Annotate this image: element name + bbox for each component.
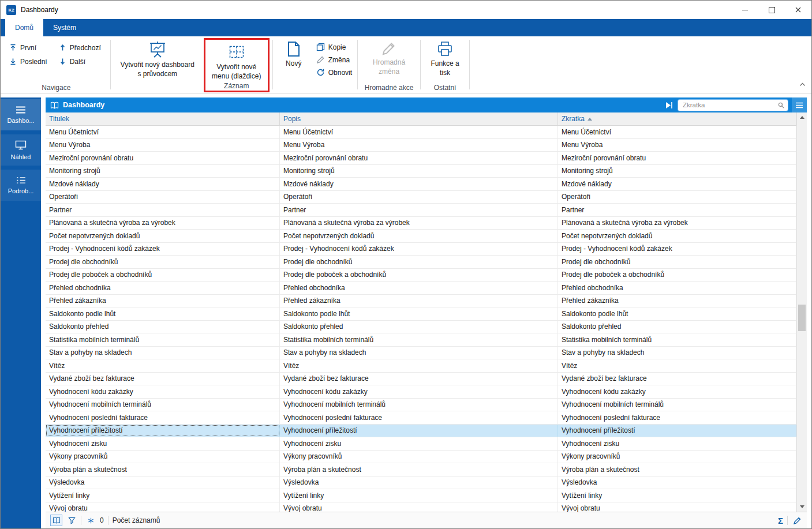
cell-popis[interactable]: Vyhodnocení poslední fakturace [280, 411, 558, 424]
cell-popis[interactable]: Prodej dle obchodníků [280, 256, 558, 268]
cell-titulek[interactable]: Saldokonto podle lhůt [46, 307, 280, 320]
cell-zkratka[interactable]: Menu Účetnictví [558, 126, 796, 138]
table-row[interactable]: Prodej - Vyhodnocení kódů zakázekProdej … [46, 243, 796, 256]
cell-titulek[interactable]: Meziroční porovnání obratu [46, 152, 280, 164]
cell-popis[interactable]: Vítěz [280, 359, 558, 372]
cell-zkratka[interactable]: Vítěz [558, 359, 796, 372]
sidebar-item-podrobnosti[interactable]: Podrob... [1, 170, 41, 201]
cell-zkratka[interactable]: Saldokonto přehled [558, 321, 796, 333]
minimize-button[interactable] [732, 1, 758, 19]
table-row[interactable]: Vývoj obratuVývoj obratuVývoj obratu [46, 502, 796, 512]
cell-titulek[interactable]: Vyhodnocení poslední fakturace [46, 411, 280, 424]
table-row[interactable]: Meziroční porovnání obratuMeziroční poro… [46, 152, 796, 165]
cell-zkratka[interactable]: Výsledovka [558, 477, 796, 489]
cell-titulek[interactable]: Menu Výroba [46, 139, 280, 152]
cell-popis[interactable]: Menu Výroba [280, 139, 558, 152]
table-row[interactable]: Statistika mobilních terminálůStatistika… [46, 333, 796, 347]
filter-button[interactable] [66, 515, 77, 526]
cell-popis[interactable]: Počet nepotvrzených dokladů [280, 230, 558, 242]
cell-popis[interactable]: Monitoring strojů [280, 165, 558, 178]
cell-popis[interactable]: Menu Účetnictví [280, 126, 558, 138]
cell-titulek[interactable]: Vítěz [46, 359, 280, 372]
table-row[interactable]: Vyhodnocení poslední fakturaceVyhodnocen… [46, 411, 796, 425]
cell-popis[interactable]: Přehled obchodníka [280, 282, 558, 294]
cell-zkratka[interactable]: Saldokonto podle lhůt [558, 307, 796, 320]
table-row[interactable]: Monitoring strojůMonitoring strojůMonito… [46, 165, 796, 178]
scroll-down-button[interactable] [797, 502, 807, 512]
sidebar-item-nahled[interactable]: Náhled [1, 134, 41, 166]
cell-titulek[interactable]: Výroba plán a skutečnost [46, 463, 280, 476]
first-record-button[interactable]: První [8, 42, 49, 53]
table-row[interactable]: Přehled obchodníkaPřehled obchodníkaPřeh… [46, 282, 796, 295]
cell-popis[interactable]: Vyhodnocení mobilních terminálů [280, 399, 558, 411]
sum-icon[interactable]: Σ [778, 516, 783, 525]
cell-titulek[interactable]: Saldokonto přehled [46, 321, 280, 333]
cell-zkratka[interactable]: Prodej - Vyhodnocení kódů zakázek [558, 243, 796, 256]
cell-titulek[interactable]: Mzdové náklady [46, 178, 280, 190]
cell-titulek[interactable]: Partner [46, 204, 280, 216]
column-header-titulek[interactable]: Titulek [46, 112, 280, 125]
table-row[interactable]: Vyhodnocení příležitostíVyhodnocení příl… [46, 425, 796, 438]
cell-titulek[interactable]: Výkony pracovníků [46, 451, 280, 463]
search-icon[interactable] [778, 102, 784, 108]
cell-titulek[interactable]: Prodej dle obchodníků [46, 256, 280, 268]
cell-titulek[interactable]: Plánovaná a skutečná výroba za výrobek [46, 217, 280, 230]
cell-popis[interactable]: Partner [280, 204, 558, 216]
cell-popis[interactable]: Mzdové náklady [280, 178, 558, 190]
cell-popis[interactable]: Saldokonto přehled [280, 321, 558, 333]
cell-zkratka[interactable]: Přehled obchodníka [558, 282, 796, 294]
functions-print-button[interactable]: Funkce a tisk [422, 37, 467, 77]
cell-titulek[interactable]: Vyhodnocení kódu zakázky [46, 385, 280, 398]
cell-zkratka[interactable]: Vyhodnocení příležitostí [558, 425, 796, 437]
table-row[interactable]: Vytížení linkyVytížení linkyVytížení lin… [46, 489, 796, 502]
close-button[interactable] [785, 1, 811, 19]
cell-zkratka[interactable]: Výroba plán a skutečnost [558, 463, 796, 476]
cell-zkratka[interactable]: Vydané zboží bez fakturace [558, 373, 796, 385]
cell-zkratka[interactable]: Prodej dle obchodníků [558, 256, 796, 268]
previous-record-button[interactable]: Předchozí [57, 42, 103, 53]
vertical-scrollbar[interactable] [796, 112, 807, 512]
cell-popis[interactable]: Operátoři [280, 191, 558, 204]
create-dashboard-wizard-button[interactable]: Vytvořit nový dashboard s průvodcem [113, 37, 203, 78]
cell-titulek[interactable]: Vyhodnocení zisku [46, 437, 280, 450]
cell-popis[interactable]: Vytížení linky [280, 489, 558, 502]
cell-popis[interactable]: Výsledovka [280, 477, 558, 489]
change-button[interactable]: Změna [313, 54, 356, 65]
cell-zkratka[interactable]: Vývoj obratu [558, 502, 796, 512]
cell-zkratka[interactable]: Vyhodnocení poslední fakturace [558, 411, 796, 424]
cell-titulek[interactable]: Menu Účetnictví [46, 126, 280, 138]
cell-zkratka[interactable]: Menu Výroba [558, 139, 796, 152]
cell-popis[interactable]: Výroba plán a skutečnost [280, 463, 558, 476]
cell-zkratka[interactable]: Vyhodnocení kódu zakázky [558, 385, 796, 398]
last-record-button[interactable]: Poslední [8, 56, 49, 67]
scrollbar-thumb[interactable] [798, 305, 806, 331]
cell-zkratka[interactable]: Stav a pohyby na skladech [558, 347, 796, 359]
table-row[interactable]: Vyhodnocení kódu zakázkyVyhodnocení kódu… [46, 385, 796, 399]
grid-menu-button[interactable] [792, 97, 807, 112]
cell-popis[interactable]: Vývoj obratu [280, 502, 558, 512]
play-icon[interactable] [665, 102, 672, 108]
tab-system[interactable]: Systém [43, 19, 86, 36]
table-row[interactable]: VýsledovkaVýsledovkaVýsledovka [46, 477, 796, 490]
table-row[interactable]: Vyhodnocení mobilních terminálůVyhodnoce… [46, 399, 796, 412]
cell-popis[interactable]: Meziroční porovnání obratu [280, 152, 558, 164]
refresh-button[interactable]: Obnovit [313, 67, 356, 78]
copy-button[interactable]: Kopie [313, 42, 356, 52]
search-input[interactable] [682, 101, 778, 109]
cell-zkratka[interactable]: Vytížení linky [558, 489, 796, 502]
table-row[interactable]: Výkony pracovníkůVýkony pracovníkůVýkony… [46, 451, 796, 464]
cell-zkratka[interactable]: Monitoring strojů [558, 165, 796, 178]
cell-zkratka[interactable]: Počet nepotvrzených dokladů [558, 230, 796, 242]
cell-zkratka[interactable]: Výkony pracovníků [558, 451, 796, 463]
table-row[interactable]: Plánovaná a skutečná výroba za výrobekPl… [46, 217, 796, 230]
cell-titulek[interactable]: Vyhodnocení příležitostí [46, 425, 280, 437]
cell-zkratka[interactable]: Vyhodnocení zisku [558, 437, 796, 450]
cell-popis[interactable]: Vyhodnocení kódu zakázky [280, 385, 558, 398]
scrollbar-track[interactable] [797, 122, 807, 502]
cell-popis[interactable]: Přehled zákazníka [280, 295, 558, 307]
cell-popis[interactable]: Vydané zboží bez fakturace [280, 373, 558, 385]
scroll-up-button[interactable] [797, 112, 807, 122]
cell-titulek[interactable]: Prodej - Vyhodnocení kódů zakázek [46, 243, 280, 256]
table-row[interactable]: Počet nepotvrzených dokladůPočet nepotvr… [46, 230, 796, 243]
next-record-button[interactable]: Další [57, 56, 103, 67]
